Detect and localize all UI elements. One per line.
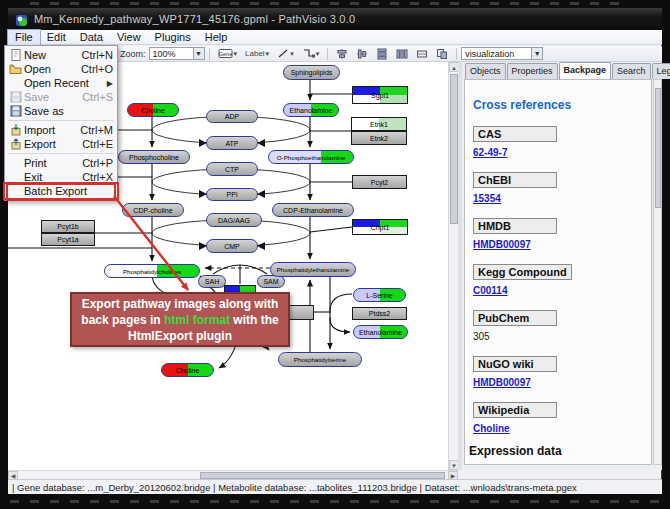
pathway-node-ethanolamine-top[interactable]: Ethanolamine <box>283 103 339 117</box>
xref-link[interactable]: HMDB00097 <box>473 377 531 388</box>
align-middle-icon[interactable] <box>353 47 371 61</box>
pathway-node-label: Pcyt2 <box>371 179 389 186</box>
label-tool-button[interactable]: Label ▾ <box>242 47 272 61</box>
toolbar-separator <box>209 48 210 60</box>
selection-handle[interactable] <box>185 363 190 364</box>
xref-link[interactable]: C00114 <box>473 285 507 296</box>
canvas-horizontal-scrollbar[interactable]: ◀ ▶ <box>8 470 458 479</box>
xref-value-row: C00114 <box>473 285 651 296</box>
panel-scroll-thumb[interactable] <box>655 88 661 208</box>
chevron-down-icon[interactable]: ▾ <box>290 50 294 58</box>
visualization-value: visualization <box>465 49 514 59</box>
distribute-horizontal-icon[interactable] <box>393 47 411 61</box>
common-size-icon[interactable] <box>413 47 431 61</box>
vertical-scroll-thumb[interactable] <box>450 74 458 224</box>
pathway-node-ptdss2[interactable]: Ptdss2 <box>352 307 407 320</box>
menu-item-save-as[interactable]: Save as <box>5 104 117 118</box>
pathway-node-phosphocholine[interactable]: Phosphocholine <box>118 150 190 164</box>
pathway-node-label: Phosphatidylcholines <box>123 268 181 275</box>
pathway-node-choline-bottom[interactable]: Choline <box>161 363 214 377</box>
chevron-down-icon[interactable]: ▾ <box>266 50 270 58</box>
svg-text:Gene: Gene <box>218 51 231 57</box>
pathway-node-pcyt1b[interactable]: Pcyt1b <box>41 220 95 233</box>
pathway-node-etnk1[interactable]: Etnk1 <box>351 117 407 131</box>
align-center-icon[interactable] <box>333 47 351 61</box>
xref-section-title: NuGO wiki <box>473 356 557 372</box>
pathway-node-sah[interactable]: SAH <box>198 275 226 288</box>
tab-properties[interactable]: Properties <box>507 63 558 79</box>
pathway-node-ctp[interactable]: CTP <box>206 162 258 176</box>
pathway-node-atp[interactable]: ATP <box>206 136 258 150</box>
pathway-node-pcyt2[interactable]: Pcyt2 <box>352 175 407 189</box>
selection-handle[interactable] <box>185 376 190 377</box>
menu-data[interactable]: Data <box>73 30 110 45</box>
xref-section-cas: CAS62-49-7 <box>473 124 651 158</box>
panel-scrollbar[interactable] <box>653 79 662 465</box>
menu-item-new[interactable]: NewCtrl+N <box>5 48 117 62</box>
pathway-node-sphingolipids[interactable]: Sphingolipids <box>283 65 340 80</box>
menu-item-shortcut: Ctrl+E <box>82 138 113 150</box>
screenshot-root: Mm_Kennedy_pathway_WP1771_45176.gpml - P… <box>0 0 670 509</box>
distribute-vertical-icon[interactable] <box>373 47 391 61</box>
pathway-node-l-serine[interactable]: L-Serine <box>353 288 406 302</box>
xref-link[interactable]: Choline <box>473 423 510 434</box>
bring-to-front-icon[interactable] <box>433 47 451 61</box>
zoom-select[interactable]: 100% ▼ <box>149 47 205 60</box>
pathway-node-ethanolamine-bottom[interactable]: Ethanolamine <box>353 325 408 339</box>
menu-item-save[interactable]: SaveCtrl+S <box>5 90 117 104</box>
gene-node-icon: Gene <box>218 48 233 59</box>
menu-view[interactable]: View <box>110 30 148 45</box>
tab-backpage[interactable]: Backpage <box>559 62 612 80</box>
selection-handle[interactable] <box>161 367 162 372</box>
menu-item-import[interactable]: ImportCtrl+M <box>5 123 117 137</box>
menu-item-shortcut: Ctrl+M <box>80 124 113 136</box>
menu-plugins[interactable]: Plugins <box>148 30 198 45</box>
pathway-node-ppi[interactable]: PPi <box>206 188 258 201</box>
pathway-node-phosphatidylserine[interactable]: Phosphatidylserine <box>278 352 362 367</box>
chevron-down-icon[interactable]: ▾ <box>234 50 238 58</box>
menu-item-open-recent[interactable]: Open Recent▶ <box>5 76 117 90</box>
chevron-down-icon[interactable]: ▼ <box>531 48 542 59</box>
chevron-down-icon[interactable]: ▼ <box>193 48 204 59</box>
pathway-node-cdp-ethanolamine[interactable]: CDP-Ethanolamine <box>272 203 354 217</box>
pathway-node-dag-aag[interactable]: DAG/AAG <box>206 213 262 227</box>
menu-item-print[interactable]: PrintCtrl+P <box>5 156 117 170</box>
pathway-node-chpt1[interactable]: Chpt1 <box>352 219 408 235</box>
menu-item-export[interactable]: ExportCtrl+E <box>5 137 117 151</box>
xref-link[interactable]: HMDB00097 <box>473 239 531 250</box>
new-icon <box>7 49 24 61</box>
horizontal-scroll-thumb[interactable] <box>200 472 445 479</box>
chevron-down-icon[interactable]: ▾ <box>316 50 320 58</box>
xref-link[interactable]: 15354 <box>473 193 501 204</box>
menu-edit[interactable]: Edit <box>40 30 73 45</box>
connector-tool-button[interactable]: ▾ <box>299 47 323 61</box>
selection-handle[interactable] <box>213 367 214 372</box>
pathway-node-label: Choline <box>141 107 165 114</box>
pathway-node-choline-top[interactable]: Choline <box>127 103 179 117</box>
tab-objects[interactable]: Objects <box>465 63 506 79</box>
menu-file[interactable]: File <box>8 30 40 45</box>
title-bar[interactable]: Mm_Kennedy_pathway_WP1771_45176.gpml - P… <box>8 8 662 30</box>
line-tool-button[interactable]: ▾ <box>274 47 297 61</box>
pathway-node-etnk2[interactable]: Etnk2 <box>351 131 407 145</box>
pathway-node-cmp[interactable]: CMP <box>206 239 258 253</box>
datanode-gene-button[interactable]: Gene ▾ <box>215 47 241 61</box>
pathway-node-phosphatidylethanolamine[interactable]: Phosphatidylethanolamine <box>270 262 356 277</box>
menu-item-open[interactable]: OpenCtrl+O <box>5 62 117 76</box>
pathway-node-cdp-choline[interactable]: CDP-choline <box>122 203 184 217</box>
menu-item-batch-export[interactable]: Batch Export <box>5 184 117 198</box>
pathway-node-sgpl1[interactable]: Sgpl1 <box>352 86 408 104</box>
pathway-node-adp[interactable]: ADP <box>206 110 258 123</box>
pathway-node-hidden-genebox-2[interactable] <box>288 305 314 320</box>
tab-legend[interactable]: Legend <box>652 63 670 79</box>
menu-help[interactable]: Help <box>198 30 235 45</box>
pathway-node-pcyt1a[interactable]: Pcyt1a <box>41 233 95 246</box>
pathway-node-o-phosphoethanolamine[interactable]: O-Phosphoethanolamine <box>268 150 354 164</box>
tab-search[interactable]: Search <box>612 63 651 79</box>
menu-item-exit[interactable]: ExitCtrl+X <box>5 170 117 184</box>
pathway-node-phosphatidylcholines[interactable]: Phosphatidylcholines <box>104 264 200 278</box>
canvas-vertical-scrollbar[interactable]: ▲ ▼ <box>448 62 458 470</box>
xref-link[interactable]: 62-49-7 <box>473 147 507 158</box>
visualization-select[interactable]: visualization ▼ <box>461 47 543 60</box>
menu-item-label: Batch Export <box>24 185 87 197</box>
